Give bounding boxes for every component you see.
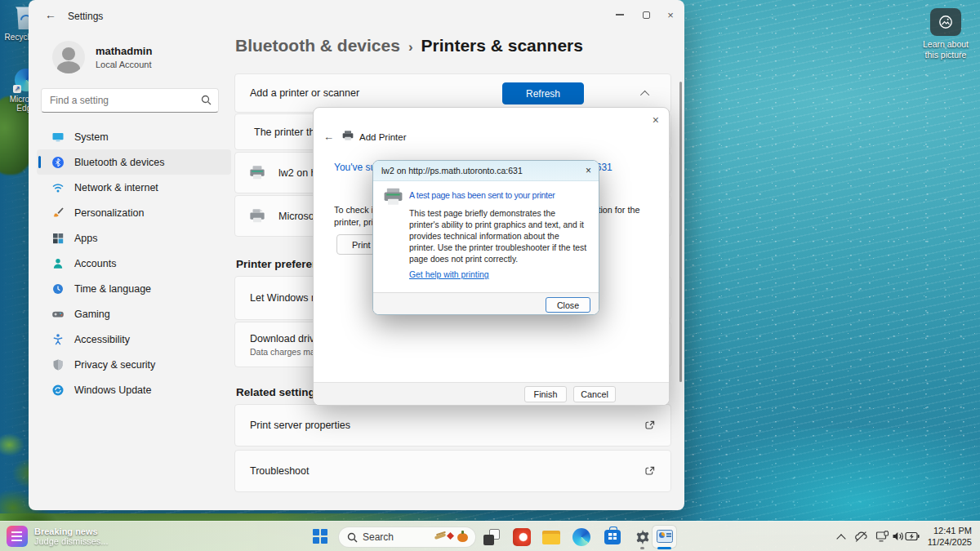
learn-about-picture-button[interactable] <box>930 8 961 36</box>
find-a-setting-box[interactable] <box>41 88 219 113</box>
test-dialog-close-button[interactable]: Close <box>546 297 590 313</box>
windows-update-icon <box>51 384 65 397</box>
desktop: Recycle Bin ↗ Microsoft Edge Learn about… <box>0 0 980 551</box>
external-link-icon <box>644 465 656 477</box>
finish-button[interactable]: Finish <box>524 386 567 402</box>
test-dialog-close-icon[interactable]: × <box>586 165 591 176</box>
minimize-button[interactable] <box>608 7 632 23</box>
network-icon[interactable] <box>875 531 889 543</box>
printer-icon <box>248 165 266 181</box>
task-view-button[interactable] <box>482 527 501 547</box>
sidebar: System Bluetooth & devices Network & int… <box>37 124 231 402</box>
troubleshoot-row[interactable]: Troubleshoot <box>234 450 671 492</box>
refresh-button[interactable]: Refresh <box>502 82 584 104</box>
shortcut-arrow-icon: ↗ <box>13 85 21 93</box>
tray-clock[interactable]: 12:41 PM 11/24/2025 <box>928 526 972 548</box>
sidebar-item-windows-update[interactable]: Windows Update <box>37 377 231 402</box>
news-widget-icon <box>7 526 28 547</box>
window-title: Settings <box>68 11 103 22</box>
search-placeholder: Search <box>363 531 394 543</box>
tray-time: 12:41 PM <box>928 526 972 537</box>
time-language-icon <box>51 282 65 295</box>
sidebar-item-gaming[interactable]: Gaming <box>37 301 231 327</box>
test-page-description: This test page briefly demonstrates the … <box>409 208 587 265</box>
active-printer-window-button[interactable] <box>652 525 677 549</box>
widgets-button[interactable]: Breaking news Judge dismisses... <box>7 526 108 547</box>
sidebar-item-accounts[interactable]: Accounts <box>37 251 231 276</box>
onedrive-slash-icon[interactable] <box>854 531 868 543</box>
printer-icon <box>341 130 354 142</box>
dialog-back-button[interactable]: ← <box>323 131 334 143</box>
sidebar-item-personalization[interactable]: Personalization <box>37 200 231 225</box>
dialog-close-icon[interactable]: × <box>653 113 659 127</box>
add-printer-scanner-label: Add a printer or scanner <box>250 87 359 99</box>
sidebar-item-network-internet[interactable]: Network & internet <box>37 175 231 200</box>
wallpaper-bright-water <box>678 429 980 535</box>
print-server-properties-row[interactable]: Print server properties <box>234 404 671 447</box>
test-dialog-titlebar: lw2 on http://ps.math.utoronto.ca:631 × <box>373 161 599 181</box>
network-icon <box>51 181 65 194</box>
volume-icon[interactable] <box>892 531 905 542</box>
cancel-button[interactable]: Cancel <box>573 386 616 402</box>
search-icon <box>201 95 212 105</box>
breadcrumb: Bluetooth & devices›Printers & scanners <box>235 36 583 56</box>
related-settings-header: Related settings <box>236 386 321 398</box>
sidebar-item-bluetooth-devices[interactable]: Bluetooth & devices <box>37 149 231 175</box>
microsoft-store-button[interactable] <box>603 527 622 547</box>
sidebar-item-apps[interactable]: Apps <box>37 225 231 251</box>
office-icon <box>513 528 531 546</box>
sidebar-item-accessibility[interactable]: Accessibility <box>37 327 231 352</box>
page-title: Printers & scanners <box>421 36 583 55</box>
external-link-icon <box>644 420 656 431</box>
office-button[interactable] <box>512 527 532 547</box>
sidebar-item-system[interactable]: System <box>37 124 231 149</box>
collapse-chevron-icon[interactable] <box>640 91 649 100</box>
printer-window-icon <box>657 530 673 543</box>
account-type: Local Account <box>96 60 152 69</box>
tray-chevron-up-icon[interactable] <box>836 534 845 543</box>
privacy-shield-icon <box>51 358 65 371</box>
breadcrumb-separator: › <box>400 39 421 55</box>
test-page-sent-heading: A test page has been sent to your printe… <box>409 190 555 200</box>
search-input[interactable] <box>50 90 195 111</box>
file-explorer-button[interactable] <box>541 527 561 547</box>
settings-running-indicator <box>640 547 644 549</box>
taskbar-search[interactable]: Search <box>338 527 476 548</box>
battery-icon[interactable] <box>905 531 920 541</box>
start-button[interactable] <box>313 529 327 544</box>
bluetooth-icon <box>51 156 65 169</box>
avatar[interactable] <box>52 41 85 73</box>
settings-taskbar-button[interactable] <box>633 527 653 547</box>
system-icon <box>51 131 65 144</box>
accessibility-icon <box>51 333 65 346</box>
get-help-printing-link[interactable]: Get help with printing <box>409 270 489 279</box>
learn-about-picture-label: Learn about this picture <box>905 39 980 60</box>
close-button[interactable]: × <box>658 7 683 23</box>
personalization-icon <box>51 207 65 220</box>
store-icon <box>604 530 621 544</box>
breadcrumb-parent[interactable]: Bluetooth & devices <box>235 36 400 55</box>
back-button[interactable]: ← <box>45 8 56 21</box>
widget-subtitle: Judge dismisses... <box>34 536 108 546</box>
printer-icon <box>382 187 404 207</box>
scrollbar[interactable] <box>679 82 682 382</box>
edge-icon <box>572 528 590 546</box>
test-page-dialog: lw2 on http://ps.math.utoronto.ca:631 × … <box>372 160 599 315</box>
edge-button[interactable] <box>572 527 591 547</box>
active-window-indicator <box>657 547 671 549</box>
maximize-button[interactable] <box>634 7 658 23</box>
dialog-title: Add Printer <box>359 132 407 142</box>
search-icon <box>347 532 358 543</box>
gaming-icon <box>51 308 65 321</box>
accounts-icon <box>51 257 65 270</box>
sidebar-item-privacy-security[interactable]: Privacy & security <box>37 352 231 377</box>
dialog-footer: Finish Cancel <box>314 382 669 405</box>
sidebar-item-time-language[interactable]: Time & language <box>37 276 231 301</box>
gear-icon <box>634 528 652 546</box>
taskbar: Breaking news Judge dismisses... Search <box>0 521 980 551</box>
test-dialog-title: lw2 on http://ps.math.utoronto.ca:631 <box>381 166 523 176</box>
widget-title: Breaking news <box>34 527 108 536</box>
printer-pdf-icon <box>248 208 266 224</box>
picture-icon <box>938 15 954 29</box>
seasonal-art-icon <box>434 531 469 545</box>
